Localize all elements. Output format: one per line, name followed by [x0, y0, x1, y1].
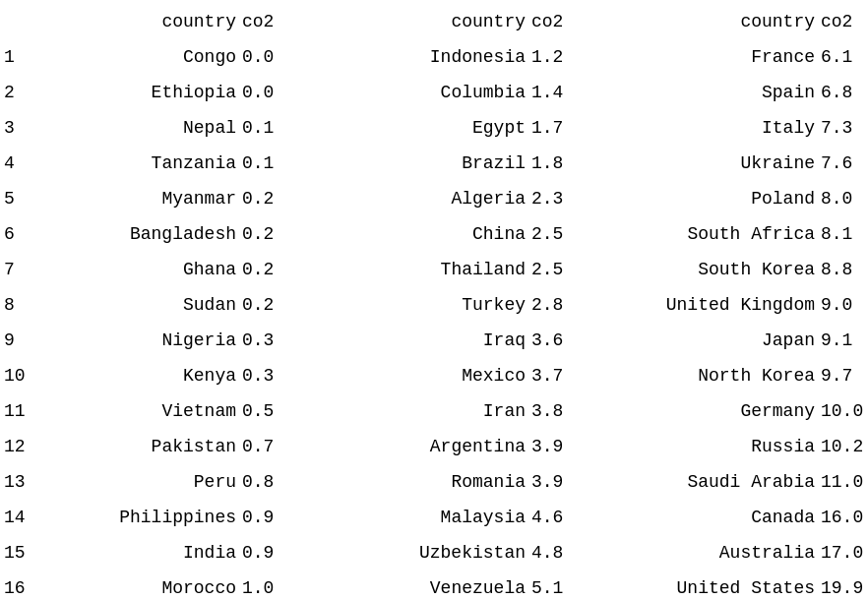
cell-co2: 8.8 [821, 252, 868, 287]
cell-co2: 10.2 [821, 429, 868, 464]
cell-country: India [35, 535, 242, 570]
cell-co2: 0.1 [242, 110, 289, 146]
table-row: United Kingdom 9.0 [579, 287, 868, 323]
cell-country: Australia [579, 535, 821, 570]
cell-country: Mexico [289, 358, 531, 393]
cell-index: 3 [0, 110, 35, 146]
table-row: Australia 17.0 [579, 535, 868, 570]
cell-country: Thailand [289, 252, 531, 287]
table-row: Malaysia 4.6 [289, 500, 579, 535]
cell-country: Argentina [289, 429, 531, 464]
cell-country: Columbia [289, 75, 531, 110]
table-row: Saudi Arabia 11.0 [579, 464, 868, 500]
table-row: Spain 6.8 [579, 75, 868, 110]
cell-country: France [579, 39, 821, 75]
table-row: Iran 3.8 [289, 393, 579, 429]
cell-co2: 0.2 [242, 252, 289, 287]
cell-co2: 7.3 [821, 110, 868, 146]
header-country-2: country [289, 4, 531, 39]
cell-co2: 2.5 [531, 252, 579, 287]
cell-country: Pakistan [35, 429, 242, 464]
table-row: 14 Philippines 0.9 [0, 500, 289, 535]
col1-rows: 1 Congo 0.0 2 Ethiopia 0.0 3 Nepal 0.1 4… [0, 39, 289, 600]
cell-country: Congo [35, 39, 242, 75]
cell-country: South Africa [579, 216, 821, 252]
cell-country: Egypt [289, 110, 531, 146]
header-row-2: country co2 [289, 4, 579, 39]
table-row: United States 19.9 [579, 570, 868, 600]
cell-co2: 9.0 [821, 287, 868, 323]
cell-co2: 0.5 [242, 393, 289, 429]
table-row: Russia 10.2 [579, 429, 868, 464]
table-row: Ukraine 7.6 [579, 146, 868, 181]
cell-index: 8 [0, 287, 35, 323]
table-row: Italy 7.3 [579, 110, 868, 146]
cell-country: United States [579, 570, 821, 600]
cell-co2: 0.0 [242, 75, 289, 110]
table-row: Poland 8.0 [579, 181, 868, 216]
table-row: South Korea 8.8 [579, 252, 868, 287]
cell-index: 9 [0, 323, 35, 358]
header-row-3: country co2 [579, 4, 868, 39]
cell-country: Ukraine [579, 146, 821, 181]
table-row: Romania 3.9 [289, 464, 579, 500]
table-row: 15 India 0.9 [0, 535, 289, 570]
cell-co2: 4.6 [531, 500, 579, 535]
cell-country: Philippines [35, 500, 242, 535]
cell-co2: 0.0 [242, 39, 289, 75]
table-row: Japan 9.1 [579, 323, 868, 358]
table-row: Turkey 2.8 [289, 287, 579, 323]
cell-country: Morocco [35, 570, 242, 600]
cell-country: Spain [579, 75, 821, 110]
table-row: Mexico 3.7 [289, 358, 579, 393]
cell-co2: 0.9 [242, 535, 289, 570]
cell-index: 16 [0, 570, 35, 600]
cell-country: Vietnam [35, 393, 242, 429]
cell-index: 12 [0, 429, 35, 464]
cell-co2: 16.0 [821, 500, 868, 535]
cell-co2: 0.8 [242, 464, 289, 500]
table-row: Brazil 1.8 [289, 146, 579, 181]
cell-country: Brazil [289, 146, 531, 181]
cell-co2: 0.2 [242, 216, 289, 252]
cell-country: Turkey [289, 287, 531, 323]
table-row: Egypt 1.7 [289, 110, 579, 146]
cell-country: Algeria [289, 181, 531, 216]
table-row: 4 Tanzania 0.1 [0, 146, 289, 181]
cell-country: North Korea [579, 358, 821, 393]
cell-co2: 6.8 [821, 75, 868, 110]
cell-country: Sudan [35, 287, 242, 323]
cell-country: Poland [579, 181, 821, 216]
cell-index: 2 [0, 75, 35, 110]
column-group-2: country co2 Indonesia 1.2 Columbia 1.4 E… [289, 4, 579, 600]
col3-rows: France 6.1 Spain 6.8 Italy 7.3 Ukraine 7… [579, 39, 868, 600]
cell-co2: 6.1 [821, 39, 868, 75]
cell-co2: 0.1 [242, 146, 289, 181]
cell-co2: 1.7 [531, 110, 579, 146]
cell-co2: 3.6 [531, 323, 579, 358]
table-row: 12 Pakistan 0.7 [0, 429, 289, 464]
cell-co2: 9.1 [821, 323, 868, 358]
table-row: 7 Ghana 0.2 [0, 252, 289, 287]
cell-index: 13 [0, 464, 35, 500]
cell-co2: 0.3 [242, 358, 289, 393]
cell-country: Peru [35, 464, 242, 500]
cell-co2: 0.9 [242, 500, 289, 535]
table-row: 11 Vietnam 0.5 [0, 393, 289, 429]
cell-co2: 3.8 [531, 393, 579, 429]
cell-co2: 11.0 [821, 464, 868, 500]
cell-country: Myanmar [35, 181, 242, 216]
cell-country: Nepal [35, 110, 242, 146]
table-row: North Korea 9.7 [579, 358, 868, 393]
table-row: 3 Nepal 0.1 [0, 110, 289, 146]
header-country-3: country [579, 4, 821, 39]
cell-index: 4 [0, 146, 35, 181]
table-row: Canada 16.0 [579, 500, 868, 535]
cell-index: 6 [0, 216, 35, 252]
cell-co2: 17.0 [821, 535, 868, 570]
main-table: country co2 1 Congo 0.0 2 Ethiopia 0.0 3… [0, 4, 868, 600]
cell-co2: 8.0 [821, 181, 868, 216]
cell-country: Malaysia [289, 500, 531, 535]
header-co2-2: co2 [531, 4, 579, 39]
cell-index: 15 [0, 535, 35, 570]
